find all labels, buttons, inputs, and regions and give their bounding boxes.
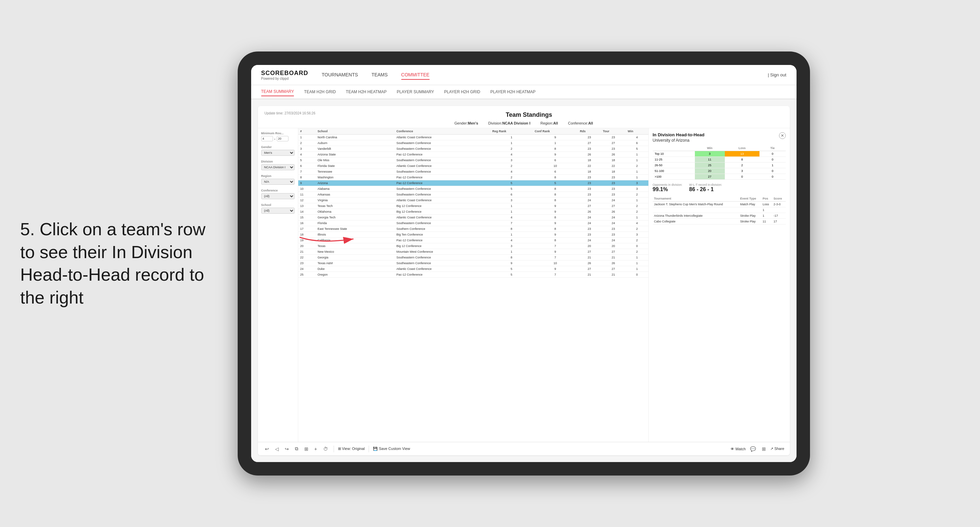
card-body: Minimum Rou... - Gender Men's (258, 128, 790, 442)
table-row[interactable]: 20 Texas Big 12 Conference 3 7 20 20 0 (298, 243, 648, 249)
col-tour: Tour (601, 128, 626, 135)
table-row[interactable]: 1 North Carolina Atlantic Coast Conferen… (298, 135, 648, 140)
nav-header: SCOREBOARD Powered by clippd TOURNAMENTS… (251, 65, 797, 85)
division-select[interactable]: NCAA Division I (261, 164, 294, 170)
h2h-stats: Opponents in division: 99.1% W-L-T recor… (653, 183, 786, 192)
nav-items: TOURNAMENTS TEAMS COMMITTEE (322, 70, 768, 80)
standings-table: # School Conference Reg Rank Conf Rank R… (298, 128, 648, 278)
max-rounds-input[interactable] (277, 136, 288, 141)
min-rounds-input[interactable] (261, 136, 273, 141)
table-row[interactable]: 14 Oklahoma Big 12 Conference 1 9 26 26 … (298, 209, 648, 215)
filter-region: Region N/A (261, 174, 294, 185)
bottom-toolbar: ↩ ◁ ↪ ⧉ ⊞ + ⏱ ⊞ View: Original 💾 Save Cu… (258, 442, 790, 455)
table-row[interactable]: 12 Virginia Atlantic Coast Conference 3 … (298, 198, 648, 203)
step-back-button[interactable]: ◁ (274, 446, 280, 452)
filter-school: School (All) (261, 203, 294, 214)
table-row[interactable]: 15 Georgia Tech Atlantic Coast Conferenc… (298, 215, 648, 221)
nav-committee[interactable]: COMMITTEE (401, 70, 430, 80)
h2h-row-top10: Top 10 3 13 0 (653, 151, 786, 157)
h2h-panel: In Division Head-to-Head University of A… (648, 128, 790, 442)
filter-min-rounds: Minimum Rou... - (261, 132, 294, 141)
table-row[interactable]: 22 Georgia Southeastern Conference 8 7 2… (298, 255, 648, 260)
layout-button[interactable]: ⊞ (760, 446, 768, 452)
tournament-row-2: 1 (653, 207, 786, 213)
toolbar-divider-1 (334, 446, 334, 452)
h2h-row-2650: 26-50 25 2 1 (653, 162, 786, 168)
table-row[interactable]: 2 Auburn Southeastern Conference 1 1 27 … (298, 140, 648, 146)
col-school: School (315, 128, 394, 135)
subnav-player-h2h-heatmap[interactable]: PLAYER H2H HEATMAP (490, 88, 536, 96)
subnav-player-summary[interactable]: PLAYER SUMMARY (396, 88, 434, 96)
table-row[interactable]: 5 Ole Miss Southeastern Conference 3 6 1… (298, 157, 648, 163)
h2h-close-button[interactable]: ✕ (779, 132, 786, 139)
share-button[interactable]: ↗ Share (770, 446, 784, 451)
redo-button[interactable]: ↪ (283, 446, 291, 452)
table-row[interactable]: 4 Arizona State Pac-12 Conference 4 9 26… (298, 152, 648, 157)
logo-subtitle: Powered by clippd (261, 77, 309, 81)
subnav-team-h2h-grid[interactable]: TEAM H2H GRID (304, 88, 336, 96)
tournament-row-4: Cabo Collegiate Stroke Play 11 17 (653, 219, 786, 224)
toolbar-divider-2 (369, 446, 369, 452)
table-row[interactable]: 13 Texas Tech Big 12 Conference 1 9 27 2… (298, 203, 648, 209)
table-row[interactable]: 17 East Tennessee State Southern Confere… (298, 226, 648, 232)
nav-teams[interactable]: TEAMS (371, 70, 388, 80)
table-row[interactable]: 16 Florida Southeastern Conference 7 9 2… (298, 221, 648, 226)
save-custom-button[interactable]: 💾 Save Custom View (373, 446, 410, 451)
add-button[interactable]: + (313, 446, 319, 452)
table-row[interactable]: 10 Alabama Southeastern Conference 5 8 2… (298, 186, 648, 192)
subnav-team-summary[interactable]: TEAM SUMMARY (261, 87, 294, 96)
update-time: Update time: 27/03/2024 16:56:26 (265, 111, 315, 115)
instruction-text: 5. Click on a team's row to see their In… (20, 218, 215, 309)
table-row[interactable]: 19 California Pac-12 Conference 4 8 24 2… (298, 238, 648, 243)
view-original-button[interactable]: ⊞ View: Original (338, 446, 365, 451)
conference-select[interactable]: (All) (261, 193, 294, 199)
school-select[interactable]: (All) (261, 208, 294, 214)
table-row[interactable]: 21 New Mexico Mountain West Conference 1… (298, 249, 648, 255)
copy-button[interactable]: ⧉ (293, 445, 300, 452)
filter-division: Division NCAA Division I (261, 160, 294, 170)
card-filters: Gender:Men's Division:NCAA Division I Re… (265, 121, 783, 125)
nav-tournaments[interactable]: TOURNAMENTS (322, 70, 358, 80)
undo-button[interactable]: ↩ (263, 446, 270, 452)
card-header: Update time: 27/03/2024 16:56:26 Team St… (258, 106, 790, 128)
card-title: Team Standings (506, 111, 552, 119)
watch-button[interactable]: 👁 Watch (730, 447, 746, 451)
tournament-row-1: Jackson T. Stephens Cup Men's Match-Play… (653, 202, 786, 207)
col-rds: Rds (578, 128, 601, 135)
sign-out-button[interactable]: | Sign out (768, 72, 786, 78)
h2h-row-100plus: >100 27 0 0 (653, 174, 786, 180)
h2h-header: In Division Head-to-Head University of A… (653, 132, 786, 143)
tournament-table: Tournament Event Type Pos Score Jackson … (653, 196, 786, 224)
main-content: Update time: 27/03/2024 16:56:26 Team St… (251, 99, 797, 462)
tournament-row-3: Arizona Thunderbirds Intercollegiate Str… (653, 213, 786, 219)
filter-gender: Gender Men's (261, 145, 294, 156)
col-num: # (298, 128, 316, 135)
wlt-stat: W-L-T record in-division: 86 - 26 - 1 (689, 183, 722, 192)
paste-button[interactable]: ⊞ (303, 446, 310, 452)
table-row[interactable]: 8 Washington Pac-12 Conference 2 8 23 23… (298, 175, 648, 180)
subnav-player-h2h-grid[interactable]: PLAYER H2H GRID (444, 88, 480, 96)
table-row[interactable]: 9 Arizona Pac-12 Conference 5 5 23 23 3 (298, 180, 648, 186)
clock-button[interactable]: ⏱ (321, 446, 329, 452)
h2h-table: Win Loss Tie Top 10 3 13 (653, 145, 786, 180)
col-reg-rank: Reg Rank (490, 128, 533, 135)
content-card: Update time: 27/03/2024 16:56:26 Team St… (258, 106, 790, 455)
comment-button[interactable]: 💬 (748, 446, 757, 452)
subnav-team-h2h-heatmap[interactable]: TEAM H2H HEATMAP (346, 88, 387, 96)
table-row[interactable]: 23 Texas A&M Southeastern Conference 9 1… (298, 260, 648, 266)
h2h-row-1125: 11-25 11 8 0 (653, 157, 786, 162)
filter-conference: Conference (All) (261, 189, 294, 199)
table-row[interactable]: 18 Illinois Big Ten Conference 1 9 23 23… (298, 232, 648, 238)
gender-select[interactable]: Men's (261, 150, 294, 156)
tablet-frame: SCOREBOARD Powered by clippd TOURNAMENTS… (238, 51, 810, 476)
outer-container: 5. Click on a team's row to see their In… (0, 0, 980, 527)
table-row[interactable]: 25 Oregon Pac-12 Conference 5 7 21 21 0 (298, 272, 648, 278)
table-row[interactable]: 7 Tennessee Southeastern Conference 4 6 … (298, 169, 648, 175)
table-row[interactable]: 6 Florida State Atlantic Coast Conferenc… (298, 163, 648, 169)
table-row[interactable]: 11 Arkansas Southeastern Conference 6 8 … (298, 192, 648, 198)
logo-title: SCOREBOARD (261, 70, 309, 77)
filter-panel: Minimum Rou... - Gender Men's (258, 128, 298, 442)
table-row[interactable]: 24 Duke Atlantic Coast Conference 5 9 27… (298, 266, 648, 272)
region-select[interactable]: N/A (261, 179, 294, 185)
table-row[interactable]: 3 Vanderbilt Southeastern Conference 2 8… (298, 146, 648, 152)
